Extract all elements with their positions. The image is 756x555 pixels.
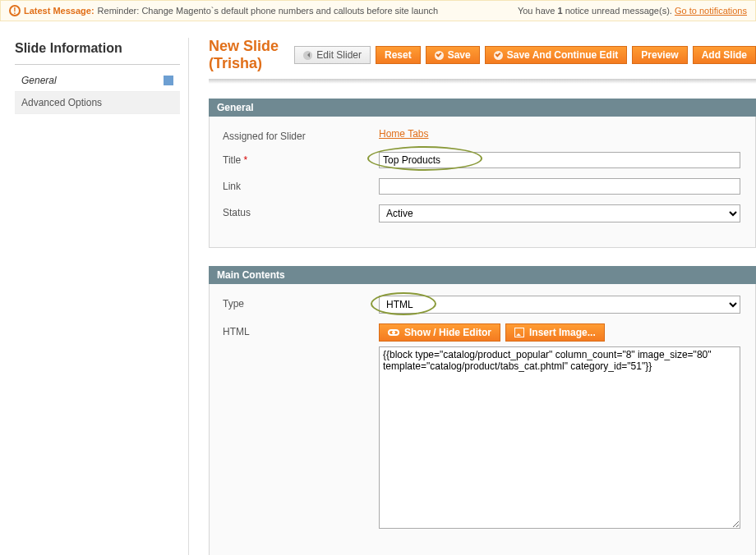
sidebar-tab-advanced[interactable]: Advanced Options bbox=[15, 92, 180, 114]
title-label: Title * bbox=[223, 152, 379, 166]
status-select[interactable]: Active bbox=[379, 204, 740, 222]
eye-icon bbox=[388, 329, 399, 336]
type-select[interactable]: HTML bbox=[379, 296, 740, 314]
html-textarea[interactable] bbox=[379, 346, 740, 529]
main-content: New Slide (Trisha) Edit Slider Reset Sav… bbox=[189, 38, 756, 555]
save-continue-button[interactable]: Save And Continue Edit bbox=[485, 46, 628, 64]
main-contents-fieldset: Main Contents Type HTML HTML bbox=[209, 266, 756, 555]
image-icon bbox=[514, 328, 524, 337]
link-label: Link bbox=[223, 178, 379, 192]
notice-message: Reminder: Change Magento`s default phone… bbox=[98, 6, 439, 16]
assigned-label: Assigned for Slider bbox=[223, 128, 379, 142]
html-label: HTML bbox=[223, 323, 379, 337]
save-button[interactable]: Save bbox=[426, 46, 480, 64]
add-slide-button[interactable]: Add Slide bbox=[693, 46, 756, 64]
go-to-notifications-link[interactable]: Go to notifications bbox=[675, 6, 747, 16]
sidebar-tab-general[interactable]: General bbox=[15, 70, 180, 92]
assigned-slider-link[interactable]: Home Tabs bbox=[379, 128, 428, 140]
notice-bar: ! Latest Message: Reminder: Change Magen… bbox=[0, 0, 756, 21]
status-label: Status bbox=[223, 204, 379, 218]
link-input[interactable] bbox=[379, 178, 740, 195]
toolbar: Edit Slider Reset Save Save And Continue… bbox=[294, 46, 756, 64]
check-icon bbox=[435, 51, 444, 60]
sidebar-tab-label: Advanced Options bbox=[21, 97, 102, 108]
check-icon bbox=[494, 51, 503, 60]
show-hide-editor-button[interactable]: Show / Hide Editor bbox=[379, 323, 500, 342]
notice-unread: You have 1 notice unread message(s). Go … bbox=[518, 6, 747, 16]
reset-button[interactable]: Reset bbox=[376, 46, 421, 64]
general-legend: General bbox=[209, 99, 756, 117]
sidebar-tab-label: General bbox=[21, 75, 57, 86]
general-fieldset: General Assigned for Slider Home Tabs Ti… bbox=[209, 99, 756, 248]
back-icon bbox=[303, 51, 312, 60]
latest-message-label: Latest Message: bbox=[24, 6, 94, 16]
edit-slider-button[interactable]: Edit Slider bbox=[294, 46, 371, 64]
warning-icon: ! bbox=[9, 5, 21, 16]
sidebar-title: Slide Information bbox=[15, 38, 180, 65]
preview-button[interactable]: Preview bbox=[632, 46, 687, 64]
header-divider bbox=[209, 79, 756, 84]
title-input[interactable] bbox=[379, 152, 740, 168]
main-contents-legend: Main Contents bbox=[209, 266, 756, 284]
insert-image-button[interactable]: Insert Image... bbox=[505, 323, 605, 342]
save-indicator-icon bbox=[164, 76, 173, 85]
sidebar: Slide Information General Advanced Optio… bbox=[0, 38, 189, 555]
page-title: New Slide (Trisha) bbox=[209, 38, 294, 72]
type-label: Type bbox=[223, 296, 379, 310]
